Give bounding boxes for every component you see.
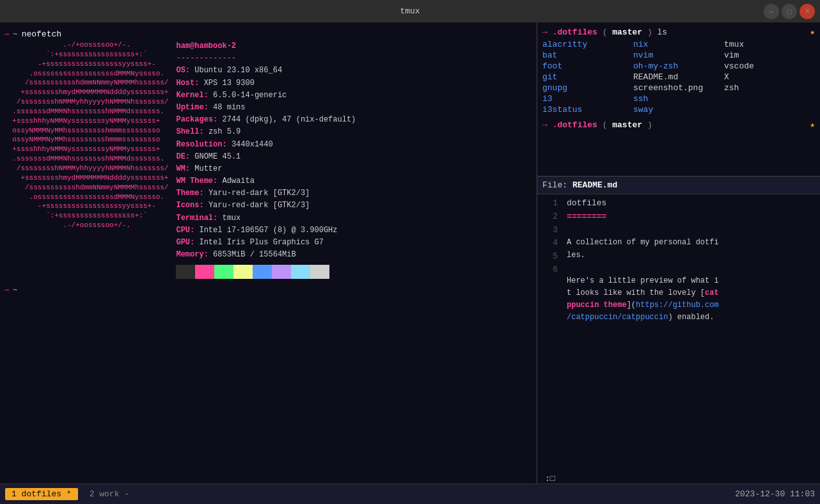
titlebar: tmux − □ ✕ — [0, 0, 820, 23]
info-kernel: Kernel: 6.5.0-14-generic — [176, 90, 533, 102]
sp-paren-open: ( — [603, 120, 608, 130]
maximize-button[interactable]: □ — [782, 4, 797, 19]
vim-command-indicator: :□ — [545, 474, 555, 484]
fb-paren-open: ( — [603, 28, 608, 37]
separator: ------------- — [176, 52, 533, 65]
line-num-4: 4 — [542, 237, 558, 250]
readme-header: File: README.md — [537, 177, 820, 194]
file-bat: bat — [542, 51, 633, 60]
window-title: tmux — [400, 6, 420, 16]
swatch-5 — [253, 265, 272, 279]
sp-master: master — [612, 120, 642, 130]
info-wm: WM: Mutter — [176, 163, 533, 175]
readme-body: 1 2 3 4 5 6 dotfiles ======== A collecti… — [537, 194, 820, 484]
second-star-icon: ★ — [810, 120, 815, 130]
file-i3: i3 — [542, 94, 633, 104]
readme-line-6: Here's a little preview of what it looks… — [567, 275, 816, 324]
readme-file-label: File: — [542, 180, 567, 190]
line-num-2: 2 — [542, 210, 558, 224]
file-nvim: nvim — [633, 51, 724, 60]
file-alacritty: alacritty — [542, 40, 633, 49]
info-wm-theme: WM Theme: Adwaita — [176, 175, 533, 187]
file-oh-my-zsh: oh-my-zsh — [633, 61, 724, 71]
second-prompt-line: → .dotfiles ( master ) ★ — [542, 120, 815, 130]
info-icons: Icons: Yaru-red-dark [GTK2/3] — [176, 200, 533, 212]
swatch-6 — [272, 265, 291, 279]
second-prompt: → .dotfiles ( master ) — [542, 120, 652, 130]
info-uptime: Uptime: 48 mins — [176, 102, 533, 114]
file-tmux: tmux — [724, 40, 815, 49]
close-button[interactable]: ✕ — [800, 4, 815, 19]
readme-text-content: dotfiles ======== A collection of my per… — [563, 194, 820, 484]
readme-line-4: A collection of my personal dotfiles. — [567, 237, 816, 261]
prompt-neofetch: → ~ neofetch — [4, 29, 533, 39]
username: ham@hambook-2 — [176, 40, 533, 52]
swatch-8 — [310, 265, 329, 279]
minimize-button[interactable]: − — [764, 4, 779, 19]
file-gnupg: gnupg — [542, 83, 633, 93]
fb-paren-close: ) — [647, 28, 652, 37]
file-nix: nix — [633, 40, 724, 49]
prompt-idle: → ~ — [4, 285, 533, 295]
prompt-command: neofetch — [22, 29, 61, 39]
readme-line-numbers: 1 2 3 4 5 6 — [537, 194, 563, 484]
file-vim: vim — [724, 51, 815, 60]
terminal-left-pane: → ~ neofetch .-/+oossssoo+/-. `:+sssssss… — [0, 23, 537, 484]
file-git: git — [542, 72, 633, 82]
info-gpu: GPU: Intel Iris Plus Graphics G7 — [176, 237, 533, 249]
file-sway: sway — [633, 105, 724, 114]
fb-ls-cmd: ls — [658, 28, 668, 37]
prompt-arrow: → — [4, 29, 9, 39]
info-terminal: Terminal: tmux — [176, 212, 533, 224]
info-memory: Memory: 6853MiB / 15564MiB — [176, 249, 533, 261]
file-screenshot: screenshot.png — [633, 83, 724, 93]
fb-dotfiles: .dotfiles — [553, 28, 603, 37]
readme-viewer: File: README.md 1 2 3 4 5 6 dotfiles ===… — [537, 177, 820, 484]
window-controls: − □ ✕ — [764, 4, 815, 19]
readme-line-5 — [567, 262, 816, 275]
neofetch-art: .-/+oossssoo+/-. `:+ssssssssssssssssss+:… — [4, 40, 168, 279]
statusbar-datetime: 2023-12-30 11:03 — [735, 489, 815, 499]
file-readme: README.md — [633, 72, 724, 82]
tmux-tab-2[interactable]: 2 work - — [83, 488, 136, 500]
file-zsh: zsh — [724, 83, 815, 93]
file-foot: foot — [542, 61, 633, 71]
fb-arrow: → — [542, 28, 548, 37]
sp-arrow: → — [542, 120, 548, 130]
terminal-right-pane: → .dotfiles ( master ) ls ★ alacritty ni… — [537, 23, 820, 484]
prompt-tilde: ~ — [13, 29, 18, 39]
sp-dotfiles: .dotfiles — [553, 120, 603, 130]
file-list: alacritty nix tmux bat nvim vim foot oh-… — [542, 40, 815, 114]
info-resolution: Resolution: 3440x1440 — [176, 139, 533, 151]
line-num-1: 1 — [542, 197, 558, 210]
swatch-1 — [176, 265, 195, 279]
swatch-2 — [195, 265, 214, 279]
file-x: X — [724, 72, 815, 82]
file-ssh: ssh — [633, 94, 724, 104]
readme-line-1: dotfiles — [567, 197, 816, 210]
neofetch-info: ham@hambook-2 ------------- OS: Ubuntu 2… — [176, 40, 533, 279]
file-browser-header: → .dotfiles ( master ) ls ★ — [542, 27, 815, 37]
prompt2-arrow: → — [4, 285, 9, 295]
info-packages: Packages: 2744 (dpkg), 47 (nix-default) — [176, 114, 533, 126]
statusbar-tabs: 1 dotfiles * 2 work - — [5, 488, 136, 500]
readme-filename: README.md — [572, 180, 617, 190]
info-de: DE: GNOME 45.1 — [176, 151, 533, 163]
sp-paren-close: ) — [647, 120, 652, 130]
statusbar: 1 dotfiles * 2 work - 2023-12-30 11:03 — [0, 484, 820, 504]
file-browser-prompt: → .dotfiles ( master ) ls — [542, 28, 667, 37]
file-vscode: vscode — [724, 61, 815, 71]
swatch-3 — [214, 265, 233, 279]
fb-master: master — [612, 28, 642, 37]
line-num-5: 5 — [542, 250, 558, 264]
swatch-4 — [233, 265, 253, 279]
file-i3status: i3status — [542, 105, 633, 114]
file-browser: → .dotfiles ( master ) ls ★ alacritty ni… — [537, 23, 820, 177]
info-os: OS: Ubuntu 23.10 x86_64 — [176, 65, 533, 77]
file-empty2 — [724, 105, 815, 114]
tmux-tab-1[interactable]: 1 dotfiles * — [5, 488, 78, 500]
swatch-7 — [291, 265, 310, 279]
readme-line-3 — [567, 224, 816, 237]
neofetch-output: .-/+oossssoo+/-. `:+ssssssssssssssssss+:… — [4, 40, 533, 279]
star-icon: ★ — [810, 27, 815, 37]
